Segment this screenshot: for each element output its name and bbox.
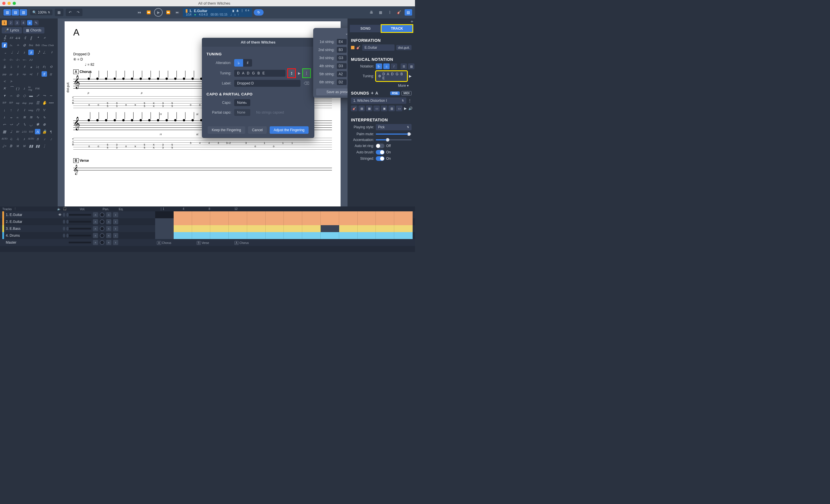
notation-standard[interactable]: 5-: [376, 63, 382, 69]
ghost-note-icon[interactable]: ( ): [15, 86, 21, 91]
mute-button[interactable]: [63, 220, 65, 224]
voice-1[interactable]: 1: [2, 20, 7, 25]
mute-button[interactable]: [63, 213, 65, 217]
track-row[interactable]: 2. E.Guitar A A ⫿: [0, 218, 415, 225]
thirtysecond-note[interactable]: 𝅘𝅥𝅰: [35, 49, 40, 55]
pan-auto[interactable]: A: [106, 226, 111, 231]
repeat-icon[interactable]: 𝄇: [22, 35, 27, 41]
visibility-icon[interactable]: 👁: [57, 213, 63, 217]
master-track[interactable]: Master: [6, 240, 57, 244]
barline-start-icon[interactable]: ▮: [2, 42, 7, 48]
auto-let-ring-toggle[interactable]: [376, 143, 384, 148]
quarter-note[interactable]: ♩: [15, 49, 21, 55]
design-mode[interactable]: ✎: [33, 20, 39, 25]
eighth-note[interactable]: ♪: [22, 49, 27, 55]
voice-4[interactable]: 4: [21, 20, 26, 25]
mute-button[interactable]: [63, 234, 65, 238]
15mb-icon[interactable]: 15mb: [48, 42, 54, 48]
ottava-icon[interactable]: 8va: [28, 42, 34, 48]
track-tab[interactable]: TRACK: [381, 25, 413, 32]
lcd-display[interactable]: 1. E.Guitar ⧗ ⋔ ⋮ E 4 1/14 ● 4.0:4.0 00:…: [183, 8, 252, 17]
track-short-name[interactable]: dist.guit.: [396, 45, 412, 50]
zoom-window[interactable]: [13, 2, 16, 5]
song-tab[interactable]: SONG: [350, 25, 381, 32]
track-blocks[interactable]: [155, 218, 413, 225]
staff-3[interactable]: 𝄞: [73, 166, 332, 172]
tuner-button[interactable]: ⦚: [386, 9, 394, 15]
volume-fader[interactable]: [69, 235, 91, 236]
rest-icon[interactable]: 𝄽: [48, 49, 54, 55]
print-button[interactable]: 🖶: [368, 9, 375, 15]
volume-fader[interactable]: [69, 228, 91, 230]
string-4-value[interactable]: D3: [337, 63, 347, 69]
timesig-icon[interactable]: 4/4: [15, 35, 21, 41]
chevron-down-icon[interactable]: ⌄: [345, 31, 348, 35]
minimize-window[interactable]: [7, 2, 11, 5]
string-5-value[interactable]: A2: [337, 71, 347, 77]
expand-chain-icon[interactable]: ▶: [404, 106, 407, 110]
simile-icon[interactable]: 𝄎: [41, 35, 47, 41]
vol-auto[interactable]: A: [93, 226, 98, 231]
vol-auto[interactable]: A: [93, 233, 98, 238]
auto-brush-toggle[interactable]: [376, 150, 384, 155]
left-panel-toggle[interactable]: ▥: [3, 9, 11, 15]
eq-button[interactable]: ⫿: [113, 226, 118, 231]
track-blocks[interactable]: [155, 225, 413, 232]
crescendo-icon[interactable]: ＜: [2, 78, 7, 84]
clear-label-icon[interactable]: ⌫: [304, 81, 310, 86]
pan-knob[interactable]: [100, 226, 104, 231]
stringed-toggle[interactable]: [376, 156, 384, 161]
string-3-value[interactable]: G3: [337, 55, 347, 61]
clef-icon[interactable]: 𝄞: [2, 35, 7, 41]
string-2-value[interactable]: B3: [337, 47, 347, 53]
fretboard-mini-icon[interactable]: ▦: [2, 129, 7, 134]
15ma-icon[interactable]: 15ma: [41, 42, 47, 48]
zoom-control[interactable]: 🔍 100% ⇅: [30, 9, 53, 15]
notation-slash[interactable]: /: [391, 63, 397, 69]
dotted-note[interactable]: ♩.: [41, 49, 47, 55]
add-sound-button[interactable]: +: [371, 91, 374, 96]
tuning-stepper[interactable]: ▴▾: [288, 69, 295, 77]
multi-voice[interactable]: ≡: [27, 20, 32, 25]
tuning-label-input[interactable]: Dropped D: [234, 80, 300, 87]
mute-button[interactable]: [63, 227, 65, 231]
palm-mute-slider[interactable]: [376, 134, 412, 135]
solo-button[interactable]: [66, 213, 69, 217]
loop-button[interactable]: ↻: [254, 9, 264, 15]
lyrics-button[interactable]: 🎤Lyrics: [2, 27, 22, 33]
automation-button[interactable]: A: [375, 91, 378, 95]
save-preset-button[interactable]: Save as preset: [316, 89, 348, 95]
track-row[interactable]: 4. Drums A A ⫿: [0, 232, 415, 239]
decrescendo-icon[interactable]: ＞: [8, 78, 14, 84]
forward-button[interactable]: ⏩: [164, 9, 172, 15]
keep-fingering-button[interactable]: Keep the Fingering: [208, 126, 245, 134]
tie-icon[interactable]: ⁀: [8, 86, 14, 91]
close-window[interactable]: [2, 2, 5, 5]
tab-staff-2[interactable]: TAB 00 5533 0X 55XX 3355 34 43 3⌢2: [73, 136, 332, 150]
tuning-play-icon[interactable]: ▶: [298, 71, 300, 75]
cancel-button[interactable]: Cancel: [248, 126, 267, 134]
go-end-button[interactable]: ⏭: [173, 9, 181, 15]
solo-button[interactable]: [66, 234, 69, 238]
hand-icon[interactable]: ✋: [41, 100, 47, 105]
double-sharp-icon[interactable]: 𝄪: [28, 64, 34, 69]
sixteenth-note[interactable]: ♬: [28, 49, 34, 55]
tuning-select[interactable]: D A D G B E: [234, 70, 286, 77]
partial-capo-select[interactable]: None: [234, 109, 250, 116]
coda-icon[interactable]: 𝄌: [35, 35, 40, 41]
volume-fader[interactable]: [69, 221, 91, 223]
solo-button[interactable]: [66, 227, 69, 231]
score-view[interactable]: A erten Dropped D ⑥ = D ♩ = 82 A Chorus …: [58, 19, 348, 206]
playing-style-select[interactable]: Pick⇅: [376, 124, 412, 130]
let-ring-icon[interactable]: let ring: [28, 86, 34, 91]
pan-knob[interactable]: [100, 233, 104, 238]
voice-2[interactable]: 2: [8, 20, 13, 25]
vol-auto[interactable]: A: [93, 212, 98, 217]
undo-button[interactable]: ↶: [66, 9, 74, 15]
accentuation-slider[interactable]: [376, 139, 412, 140]
layout-mode[interactable]: ▦: [55, 9, 63, 15]
repeat-count[interactable]: 1x.: [8, 42, 14, 48]
grace-note-icon[interactable]: ♪: [22, 86, 27, 91]
volume-fader[interactable]: [69, 214, 91, 216]
tuning-button[interactable]: ⚙ D A D G B E: [376, 71, 407, 81]
